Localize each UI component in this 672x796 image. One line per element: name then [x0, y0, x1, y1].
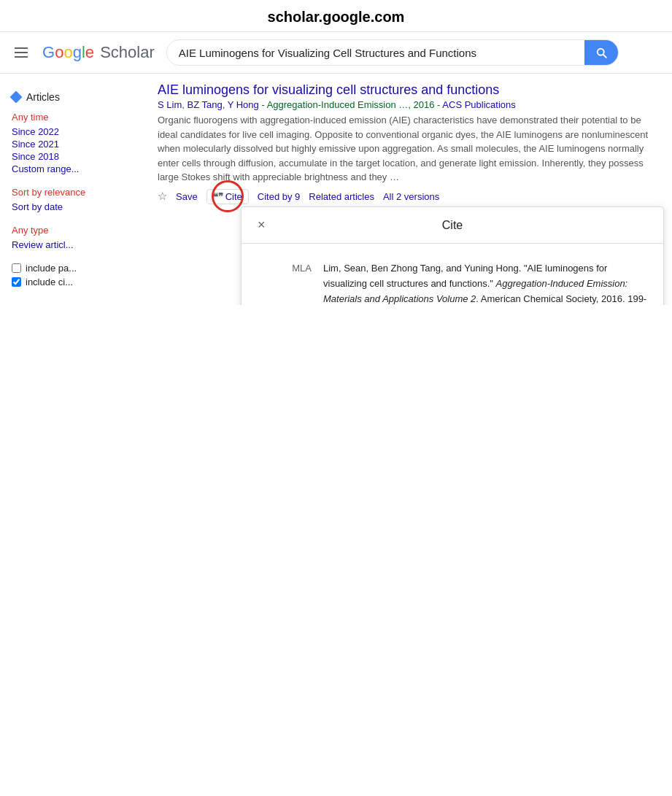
- include-patents-label: include pa...: [26, 263, 77, 274]
- author-hong[interactable]: Y Hong: [228, 99, 259, 110]
- save-link[interactable]: Save: [176, 191, 198, 202]
- logo-g2: g: [73, 43, 82, 62]
- results-area: AIE luminogens for visualizing cell stru…: [146, 82, 672, 305]
- time-filter-section: Any time Since 2022 Since 2021 Since 201…: [12, 112, 134, 175]
- source-text: Aggregation-Induced Emission …, 2016: [267, 99, 435, 110]
- result-snippet: Organic fluorogens with aggregation-indu…: [158, 113, 660, 185]
- articles-label: Articles: [26, 91, 60, 103]
- publisher-link[interactable]: ACS Publications: [442, 99, 515, 110]
- logo-g: G: [42, 43, 55, 62]
- cite-button[interactable]: ❝❞ Cite: [206, 189, 249, 204]
- cite-table: MLA Lim, Sean, Ben Zhong Tang, and Yunin…: [242, 244, 663, 305]
- cite-text-mla: Lim, Sean, Ben Zhong Tang, and Yuning Ho…: [323, 261, 652, 305]
- author-lim[interactable]: S Lim: [158, 99, 182, 110]
- cited-by-link[interactable]: Cited by 9: [258, 191, 301, 202]
- authors-text: S Lim, BZ Tang, Y Hong: [158, 99, 261, 110]
- result-item: AIE luminogens for visualizing cell stru…: [158, 82, 660, 204]
- logo-o1: o: [55, 43, 63, 62]
- type-section: Any type Review articl...: [12, 225, 134, 251]
- include-section: include pa... include ci...: [12, 263, 134, 287]
- type-label[interactable]: Any type: [12, 225, 134, 236]
- author-tang[interactable]: BZ Tang: [187, 99, 222, 110]
- include-patents-row: include pa...: [12, 263, 134, 274]
- url-bar: scholar.google.com: [0, 0, 672, 32]
- sidebar: Articles Any time Since 2022 Since 2021 …: [0, 82, 146, 305]
- cite-dialog-header: × Cite: [242, 207, 663, 244]
- since-2021-link[interactable]: Since 2021: [12, 138, 134, 150]
- search-button[interactable]: [584, 40, 618, 65]
- cite-style-mla: MLA: [253, 261, 312, 305]
- cite-row-mla: MLA Lim, Sean, Ben Zhong Tang, and Yunin…: [253, 252, 652, 305]
- url-text: scholar.google.com: [268, 9, 405, 25]
- header: Google Scholar: [0, 32, 672, 74]
- main-layout: Articles Any time Since 2022 Since 2021 …: [0, 74, 672, 305]
- review-article-link[interactable]: Review articl...: [12, 239, 134, 251]
- result-actions: ☆ Save ❝❞ Cite Cited by 9 Related articl…: [158, 189, 660, 204]
- result-title[interactable]: AIE luminogens for visualizing cell stru…: [158, 82, 499, 97]
- articles-section: Articles: [12, 88, 134, 112]
- cite-icon: ❝❞: [213, 191, 223, 202]
- custom-range-link[interactable]: Custom range...: [12, 163, 134, 175]
- logo-scholar: Scholar: [96, 43, 155, 62]
- search-icon: [595, 46, 608, 59]
- logo-e2: e: [85, 43, 94, 62]
- result-authors: S Lim, BZ Tang, Y Hong - Aggregation-Ind…: [158, 99, 660, 110]
- sort-section: Sort by relevance Sort by date: [12, 187, 134, 213]
- cite-dialog: × Cite MLA Lim, Sean, Ben Zhong Tang, an…: [241, 206, 664, 305]
- cite-label: Cite: [225, 191, 242, 202]
- logo: Google Scholar: [42, 43, 155, 62]
- sort-date-link[interactable]: Sort by date: [12, 201, 134, 213]
- source-separator: -: [261, 99, 266, 110]
- search-input[interactable]: [167, 41, 584, 65]
- include-citations-row: include ci...: [12, 277, 134, 287]
- time-filter-label[interactable]: Any time: [12, 112, 134, 123]
- include-patents-checkbox[interactable]: [12, 263, 21, 273]
- cite-dialog-title: Cite: [442, 219, 463, 232]
- sort-relevance-label[interactable]: Sort by relevance: [12, 187, 134, 198]
- menu-icon[interactable]: [12, 45, 31, 61]
- related-articles-link[interactable]: Related articles: [309, 191, 374, 202]
- articles-diamond-icon: [10, 91, 23, 104]
- save-star-icon: ☆: [158, 190, 167, 203]
- since-2018-link[interactable]: Since 2018: [12, 150, 134, 163]
- cite-close-button[interactable]: ×: [253, 216, 270, 234]
- include-citations-label: include ci...: [26, 277, 73, 287]
- all-versions-link[interactable]: All 2 versions: [383, 191, 439, 202]
- since-2022-link[interactable]: Since 2022: [12, 125, 134, 138]
- include-citations-checkbox[interactable]: [12, 277, 21, 287]
- logo-o2: o: [63, 43, 72, 62]
- search-bar: [166, 39, 619, 66]
